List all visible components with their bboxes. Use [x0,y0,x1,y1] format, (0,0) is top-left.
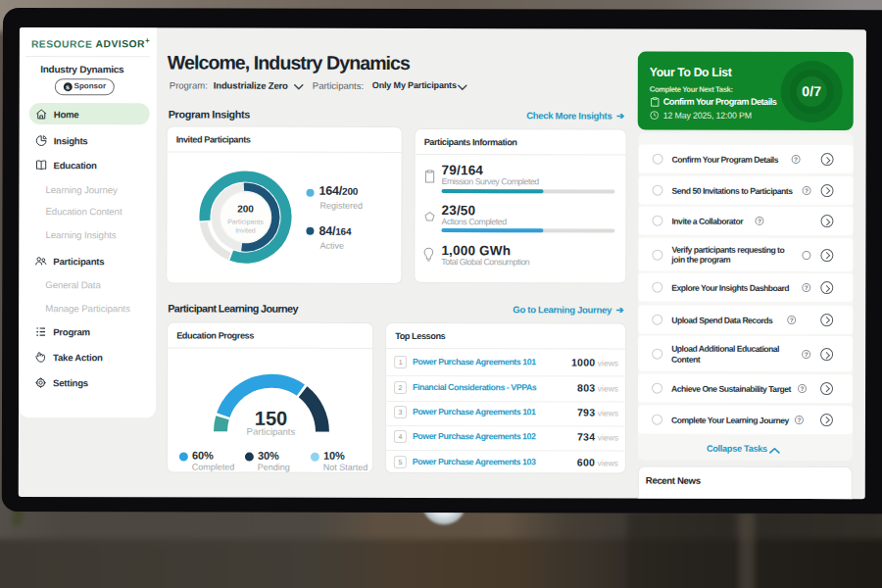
svg-text:200: 200 [237,204,254,215]
svg-text:Participants: Participants [227,219,264,226]
svg-text:Invited: Invited [235,227,256,234]
